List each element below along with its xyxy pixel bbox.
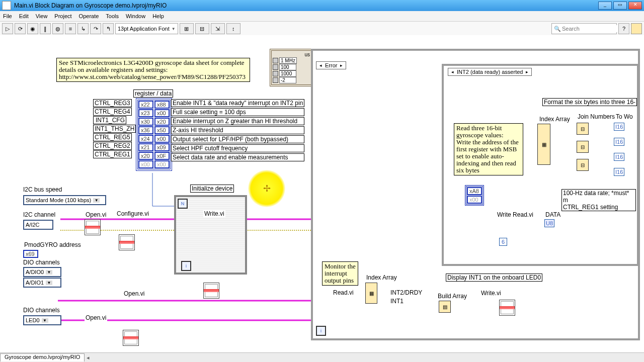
timing-val4[interactable]: -2 <box>279 77 296 83</box>
reg-val-3[interactable]: x50 <box>154 126 170 134</box>
a8-value[interactable]: xA8 <box>467 187 482 195</box>
help-button[interactable]: ? <box>618 23 629 34</box>
join-node-1[interactable]: ⊟ <box>577 141 589 153</box>
status-tab[interactable]: Gyroscope demo.lvproj/myRIO <box>0 353 85 361</box>
configure-vi-label: Configure.vi <box>116 210 150 217</box>
tab-scroll-icon[interactable]: ◂ <box>87 354 90 361</box>
loop-i-terminal-2[interactable]: i <box>316 326 326 336</box>
int1-label: INT1 <box>389 298 405 305</box>
reg-desc-4: Output select for LPF/HPF (both bypassed… <box>171 135 304 143</box>
reg-val-0[interactable]: x88 <box>154 101 170 109</box>
menu-view[interactable]: View <box>36 13 48 19</box>
open-vi-node-2[interactable] <box>123 330 139 346</box>
reg-val-1[interactable]: x00 <box>154 109 170 117</box>
for-loop[interactable]: N i <box>174 195 247 275</box>
step-out-button[interactable]: ↰ <box>103 23 114 34</box>
menu-operate[interactable]: Operate <box>79 13 99 19</box>
menu-tools[interactable]: Tools <box>106 13 119 19</box>
menu-help[interactable]: Help <box>152 13 164 19</box>
build-array-node[interactable]: ▤ <box>439 301 451 313</box>
pmod-addr-value[interactable]: x69 <box>23 250 38 258</box>
menu-project[interactable]: Project <box>54 13 71 19</box>
reg-val-6[interactable]: x0F <box>154 152 170 160</box>
a8-array[interactable]: xA8 x00 <box>465 185 484 206</box>
menu-edit[interactable]: Edit <box>19 13 29 19</box>
reg-addr-4[interactable]: x24 <box>138 135 153 143</box>
configure-vi-node[interactable] <box>119 234 135 250</box>
pause-button[interactable]: ‖ <box>40 23 51 34</box>
cluster-port-icon <box>273 64 278 70</box>
step-over-button[interactable]: ↷ <box>90 23 101 34</box>
reg-addr-0[interactable]: x22 <box>138 101 153 109</box>
reg-addr-1[interactable]: x23 <box>138 109 153 117</box>
index-array-node-bottom[interactable]: ▦ <box>365 283 377 304</box>
i2c-channel-dropdown[interactable]: A/I2C <box>23 220 53 230</box>
caret-right-icon[interactable]: ▸ <box>340 63 343 68</box>
chevron-down-icon[interactable]: ▼ <box>42 318 48 323</box>
reg-addr-6[interactable]: x20 <box>138 152 153 160</box>
timing-val3[interactable]: 1000 <box>279 70 296 77</box>
reg-addr-blank[interactable]: x00 <box>138 160 153 168</box>
reg-addr-5[interactable]: x21 <box>138 143 153 151</box>
join-node-0[interactable]: ⊟ <box>577 123 589 135</box>
dio-channels-array-2[interactable]: LED0▼ <box>23 315 61 325</box>
a8-sub[interactable]: x00 <box>467 196 482 204</box>
timing-speed[interactable]: 1 MHz <box>279 57 297 64</box>
chevron-down-icon[interactable]: ▼ <box>46 270 52 275</box>
distribute-button[interactable]: ⊟ <box>195 23 209 34</box>
write-read-vi-label: Write Read.vi <box>496 211 534 218</box>
index-array-node-top[interactable]: ▦ <box>537 124 550 165</box>
loop-n-terminal[interactable]: N <box>178 199 188 209</box>
write-vi-node[interactable] <box>203 283 219 299</box>
menu-window[interactable]: Window <box>126 13 145 19</box>
dio-channels-array-1[interactable]: A/DIO0▼ A/DIO1▼ <box>23 267 61 288</box>
read-vi-label: Read.vi <box>332 289 355 296</box>
retain-button[interactable]: ≡ <box>65 23 76 34</box>
close-button[interactable]: ✕ <box>628 2 642 10</box>
menu-file[interactable]: File <box>3 13 12 19</box>
run-button[interactable]: ▷ <box>2 23 13 34</box>
join-node-2[interactable]: ⊟ <box>577 159 589 171</box>
reg-addr-2[interactable]: x30 <box>138 118 153 126</box>
i2c-speed-dropdown[interactable]: Standard Mode (100 kbps) ▼ <box>23 195 106 205</box>
timing-cluster[interactable]: us 1 MHz 100 1000 -2 <box>270 49 313 86</box>
font-selector[interactable]: 13pt Application Font ▼ <box>115 23 178 34</box>
vi-icon[interactable] <box>631 23 642 34</box>
abort-button[interactable]: ◉ <box>27 23 38 34</box>
block-diagram[interactable]: See STMicroelectronics L3G4200D gyroscop… <box>0 35 644 353</box>
reg-val-blank[interactable]: x00 <box>154 160 170 168</box>
write-read-vi-node[interactable] <box>499 300 515 316</box>
loop-i-terminal[interactable]: i <box>181 261 191 271</box>
i16-3: I16 <box>614 168 624 176</box>
align-button[interactable]: ⊞ <box>180 23 194 34</box>
reg-val-2[interactable]: x20 <box>154 118 170 126</box>
maximize-button[interactable]: ▭ <box>613 2 627 10</box>
highlight-button[interactable]: ◍ <box>52 23 63 34</box>
resize-button[interactable]: ⇲ <box>211 23 225 34</box>
case-selector-int2[interactable]: ◂ INT2 (data ready) asserted ▸ <box>448 68 532 76</box>
six-constant[interactable]: 6 <box>499 238 507 246</box>
step-into-button[interactable]: ↳ <box>77 23 89 34</box>
search-box[interactable]: 🔍 🔍 <box>551 23 617 34</box>
reg-addr-3[interactable]: x36 <box>138 126 153 134</box>
case-error-label: Error <box>325 62 337 68</box>
caret-right-icon[interactable]: ▸ <box>526 69 528 74</box>
i16-1: I16 <box>614 138 624 146</box>
chevron-down-icon[interactable]: ▼ <box>46 281 52 285</box>
case-selector-error[interactable]: ◂ Error ▸ <box>316 61 346 69</box>
caret-left-icon[interactable]: ◂ <box>451 69 454 74</box>
i2c-speed-value: Standard Mode (100 kbps) <box>26 197 91 203</box>
chevron-down-icon[interactable]: ▼ <box>93 198 100 203</box>
reorder-button[interactable]: ↕ <box>226 23 240 34</box>
open-vi-node-1[interactable] <box>85 219 101 235</box>
data-label: DATA <box>544 211 561 218</box>
minimize-button[interactable]: _ <box>598 2 612 10</box>
timing-dt[interactable]: 100 <box>279 64 296 70</box>
monitor-note: Monitor the interrupt output pins <box>322 261 358 286</box>
reg-val-5[interactable]: x09 <box>154 143 170 151</box>
caret-left-icon[interactable]: ◂ <box>319 63 322 68</box>
i2c-channel-label: I2C channel <box>22 211 56 218</box>
register-values-array[interactable]: x22x88 x23x00 x30x20 x36x50 x24x00 x21x0… <box>136 98 172 171</box>
run-continuous-button[interactable]: ⟳ <box>15 23 26 34</box>
reg-val-4[interactable]: x00 <box>154 135 170 143</box>
